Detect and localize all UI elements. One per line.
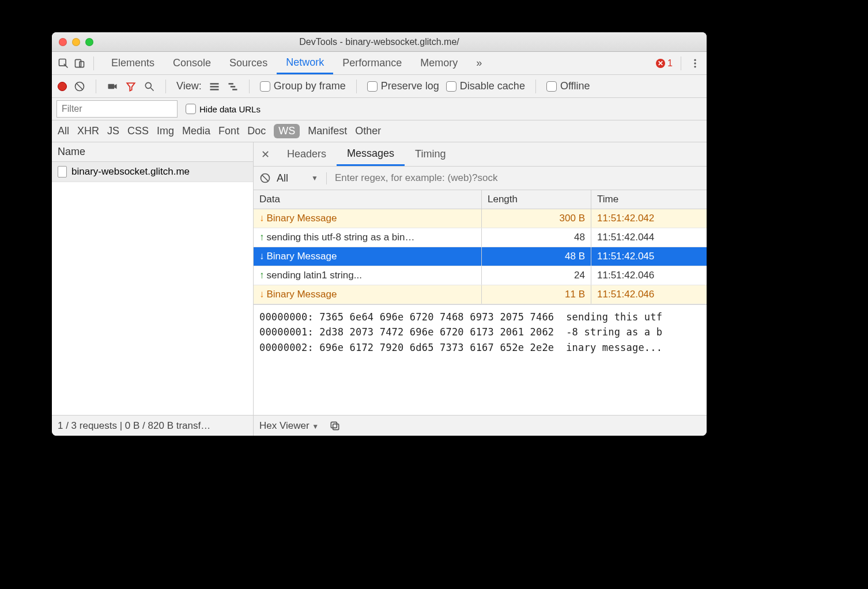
view-label: View: [176, 80, 202, 92]
col-length[interactable]: Length [482, 190, 591, 209]
type-font[interactable]: Font [218, 125, 239, 137]
request-name: binary-websocket.glitch.me [71, 166, 190, 178]
preserve-log-checkbox[interactable]: Preserve log [367, 80, 439, 92]
document-icon [58, 166, 67, 178]
tab-elements[interactable]: Elements [102, 52, 164, 74]
svg-rect-16 [333, 424, 339, 429]
message-row[interactable]: ↑sending this utf-8 string as a bin…4811… [254, 228, 707, 247]
divider [681, 56, 681, 70]
kebab-menu-icon[interactable] [689, 58, 701, 69]
filter-input[interactable] [56, 100, 178, 118]
copy-icon[interactable] [329, 420, 341, 432]
message-row[interactable]: ↓Binary Message11 B11:51:42.046 [254, 285, 707, 304]
request-list-pane: Name binary-websocket.glitch.me [52, 142, 254, 415]
clear-icon[interactable] [74, 81, 85, 92]
record-button[interactable] [58, 82, 67, 91]
device-toggle-icon[interactable] [74, 58, 85, 69]
status-bar: 1 / 3 requests | 0 B / 820 B transf… Hex… [52, 415, 707, 436]
svg-rect-11 [210, 89, 218, 90]
error-icon: ✕ [656, 59, 665, 68]
col-time[interactable]: Time [591, 190, 707, 209]
hex-viewer-dropdown[interactable]: Hex Viewer ▼ [259, 420, 319, 432]
type-ws[interactable]: WS [274, 124, 300, 138]
message-length: 48 [482, 228, 591, 247]
message-time: 11:51:42.042 [591, 209, 707, 228]
message-length: 300 B [482, 209, 591, 228]
panel-tabs: Elements Console Sources Network Perform… [102, 52, 491, 74]
regex-input[interactable] [333, 170, 701, 186]
type-js[interactable]: JS [107, 125, 119, 137]
message-row[interactable]: ↑sending latin1 string...2411:51:42.046 [254, 266, 707, 285]
message-label: sending this utf-8 string as a bin… [267, 232, 415, 243]
hex-viewer[interactable]: 00000000: 7365 6e64 696e 6720 7468 6973 … [254, 304, 707, 415]
filter-icon[interactable] [125, 81, 137, 92]
divider [249, 80, 250, 93]
offline-checkbox[interactable]: Offline [546, 80, 590, 92]
waterfall-icon[interactable] [227, 81, 239, 92]
svg-point-8 [145, 82, 151, 88]
svg-rect-17 [331, 422, 337, 428]
tabs-overflow[interactable]: » [467, 52, 491, 74]
message-label: Binary Message [267, 251, 337, 262]
svg-rect-2 [80, 61, 84, 67]
type-xhr[interactable]: XHR [77, 125, 99, 137]
subtab-timing[interactable]: Timing [405, 142, 456, 166]
hide-data-urls-checkbox[interactable]: Hide data URLs [186, 104, 261, 114]
main-area: Name binary-websocket.glitch.me ✕ Header… [52, 142, 707, 415]
type-doc[interactable]: Doc [247, 125, 266, 137]
messages-table: Data Length Time ↓Binary Message300 B11:… [254, 190, 707, 304]
close-detail-button[interactable]: ✕ [254, 148, 277, 161]
message-row[interactable]: ↓Binary Message48 B11:51:42.045 [254, 247, 707, 266]
camera-icon[interactable] [107, 81, 118, 92]
filter-dropdown[interactable]: All ▼ [277, 172, 327, 184]
disable-cache-checkbox[interactable]: Disable cache [446, 80, 525, 92]
large-rows-icon[interactable] [209, 81, 220, 92]
messages-toolbar: All ▼ [254, 167, 707, 190]
titlebar: DevTools - binary-websocket.glitch.me/ [52, 32, 707, 52]
tab-network[interactable]: Network [277, 52, 333, 74]
network-toolbar: View: Group by frame Preserve log Disabl… [52, 75, 707, 98]
message-time: 11:51:42.046 [591, 266, 707, 285]
tab-performance[interactable]: Performance [333, 52, 411, 74]
svg-rect-10 [210, 86, 218, 88]
message-row[interactable]: ↓Binary Message300 B11:51:42.042 [254, 209, 707, 228]
subtab-messages[interactable]: Messages [337, 142, 405, 166]
tab-sources[interactable]: Sources [220, 52, 277, 74]
type-media[interactable]: Media [182, 125, 210, 137]
message-time: 11:51:42.044 [591, 228, 707, 247]
error-count-badge[interactable]: ✕ 1 [656, 58, 673, 69]
type-css[interactable]: CSS [127, 125, 149, 137]
divider [96, 80, 96, 93]
type-other[interactable]: Other [355, 125, 381, 137]
top-tabs-row: Elements Console Sources Network Perform… [52, 52, 707, 75]
request-row[interactable]: binary-websocket.glitch.me [52, 162, 253, 182]
clear-messages-icon[interactable] [259, 172, 271, 184]
name-column-header[interactable]: Name [52, 142, 253, 162]
type-filter-row: All XHR JS CSS Img Media Font Doc WS Man… [52, 120, 707, 142]
detail-pane: ✕ Headers Messages Timing All ▼ Data [254, 142, 707, 415]
svg-rect-1 [76, 59, 81, 67]
type-all[interactable]: All [58, 125, 69, 137]
inspect-icon[interactable] [58, 58, 69, 69]
tab-memory[interactable]: Memory [411, 52, 467, 74]
search-icon[interactable] [144, 81, 155, 92]
arrow-down-icon: ↓ [259, 289, 265, 300]
type-img[interactable]: Img [157, 125, 174, 137]
message-length: 48 B [482, 247, 591, 266]
subtab-headers[interactable]: Headers [277, 142, 337, 166]
col-data[interactable]: Data [254, 190, 482, 209]
messages-table-header: Data Length Time [254, 190, 707, 209]
chevron-down-icon: ▼ [311, 174, 318, 182]
error-count: 1 [667, 58, 673, 69]
message-time: 11:51:42.045 [591, 247, 707, 266]
message-time: 11:51:42.046 [591, 285, 707, 304]
tab-console[interactable]: Console [164, 52, 220, 74]
svg-rect-7 [108, 84, 115, 88]
detail-tabs: ✕ Headers Messages Timing [254, 142, 707, 167]
svg-rect-13 [231, 86, 235, 88]
message-label: Binary Message [267, 213, 337, 224]
group-by-frame-checkbox[interactable]: Group by frame [260, 80, 346, 92]
svg-point-3 [694, 59, 696, 61]
type-manifest[interactable]: Manifest [308, 125, 347, 137]
divider [356, 80, 357, 93]
